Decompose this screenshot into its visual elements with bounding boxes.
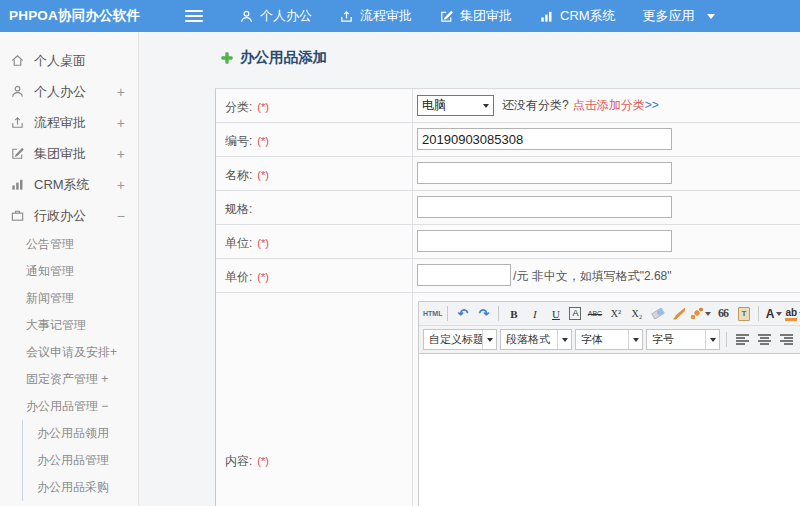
sidebar-subitem-supplies-manage[interactable]: 办公用品管理: [23, 447, 138, 474]
hamburger-menu-icon[interactable]: [185, 10, 203, 22]
code-input[interactable]: [417, 128, 672, 150]
align-right-icon[interactable]: [777, 330, 796, 349]
sidebar-item-label: 集团审批: [34, 145, 86, 163]
topnav-group-approval[interactable]: 集团审批: [439, 7, 512, 25]
auto-typeset-icon[interactable]: [690, 304, 711, 323]
required-mark: (*): [257, 271, 269, 283]
sidebar-item-workflow-approval[interactable]: 流程审批 +: [0, 107, 138, 138]
bold-icon[interactable]: B: [504, 304, 523, 323]
dropdown-caret-icon: [557, 330, 571, 349]
sidebar: 个人桌面 个人办公 + 流程审批 + 集团审批 +: [0, 32, 139, 506]
topnav-personal-office[interactable]: 个人办公: [239, 7, 312, 25]
dropdown-caret-icon: [705, 330, 719, 349]
sidebar-subitem-fixed-assets[interactable]: 固定资产管理 +: [0, 366, 138, 393]
paste-plain-text-icon[interactable]: T: [734, 304, 753, 323]
font-color-icon[interactable]: A: [764, 304, 783, 323]
sidebar-item-personal-desktop[interactable]: 个人桌面: [0, 45, 138, 76]
unit-input[interactable]: [417, 230, 672, 252]
sidebar-item-label: 个人桌面: [34, 52, 86, 70]
sidebar-item-admin-office[interactable]: 行政办公 −: [0, 200, 138, 231]
topnav-label: 个人办公: [260, 7, 312, 25]
topnav-label: 更多应用: [643, 7, 695, 25]
spec-input[interactable]: [417, 196, 672, 218]
sidebar-item-label: 行政办公: [34, 207, 86, 225]
superscript-icon[interactable]: X²: [606, 304, 625, 323]
editor-toolbar-row2: 自定义标题 段落格式 字体: [419, 325, 800, 353]
sidebar-item-group-approval[interactable]: 集团审批 +: [0, 138, 138, 169]
name-label: 名称:: [225, 168, 252, 182]
sidebar-subitem-notice[interactable]: 通知管理: [0, 258, 138, 285]
topnav-label: 流程审批: [360, 7, 412, 25]
spec-label: 规格:: [225, 202, 252, 216]
top-navigation: 个人办公 流程审批 集团审批 CRM系统 更多应用: [239, 7, 715, 25]
dropdown-caret-icon: [482, 330, 496, 349]
topnav-workflow-approval[interactable]: 流程审批: [339, 7, 412, 25]
code-label: 编号:: [225, 134, 252, 148]
main-content: 办公用品添加 分类:(*) 电脑 还没有分类? 点击添加分类 >>: [140, 32, 800, 506]
subscript-icon[interactable]: X₂: [627, 304, 646, 323]
font-family-dropdown[interactable]: 字体: [575, 329, 643, 350]
html-source-icon[interactable]: HTML: [423, 304, 442, 323]
blockquote-icon[interactable]: 66: [713, 304, 732, 323]
required-mark: (*): [257, 169, 269, 181]
bar-chart-icon: [539, 9, 554, 24]
upload-icon: [339, 9, 354, 24]
select-caret-icon: [483, 104, 489, 108]
sidebar-subitem-news[interactable]: 新闻管理: [0, 285, 138, 312]
app-logo: PHPOA协同办公软件: [0, 7, 185, 25]
app-window: PHPOA协同办公软件 个人办公 流程审批 集团审批: [0, 0, 800, 506]
sidebar-subitem-office-supplies[interactable]: 办公用品管理 −: [0, 393, 138, 420]
name-input[interactable]: [417, 162, 672, 184]
expand-plus-icon[interactable]: +: [117, 115, 125, 131]
user-icon: [239, 9, 254, 24]
strikethrough-icon[interactable]: ABC: [585, 304, 604, 323]
edit-icon: [10, 146, 25, 161]
sidebar-subtree-office-supplies: 办公用品领用 办公用品管理 办公用品采购: [22, 420, 138, 501]
underline-icon[interactable]: U: [546, 304, 565, 323]
form-row-price: 单价:(*) /元 非中文，如填写格式"2.68": [216, 259, 800, 293]
category-label: 分类:: [225, 100, 252, 114]
paragraph-format-dropdown[interactable]: 段落格式: [500, 329, 572, 350]
upload-icon: [10, 115, 25, 130]
sidebar-item-label: 流程审批: [34, 114, 86, 132]
expand-plus-icon[interactable]: +: [117, 177, 125, 193]
italic-icon[interactable]: I: [525, 304, 544, 323]
topnav-more-apps[interactable]: 更多应用: [643, 7, 715, 25]
add-category-link-arrows[interactable]: >>: [645, 94, 659, 117]
undo-icon[interactable]: ↶: [453, 304, 472, 323]
format-brush-icon[interactable]: [669, 304, 688, 323]
highlight-color-icon[interactable]: ab: [785, 304, 800, 323]
collapse-minus-icon[interactable]: −: [117, 208, 125, 224]
sidebar-subitem-supplies-receive[interactable]: 办公用品领用: [23, 420, 138, 447]
form-row-category: 分类:(*) 电脑 还没有分类? 点击添加分类 >>: [216, 89, 800, 123]
remove-format-eraser-icon[interactable]: [648, 304, 667, 323]
form-row-name: 名称:(*): [216, 157, 800, 191]
sidebar-item-crm-system[interactable]: CRM系统 +: [0, 169, 138, 200]
add-category-link[interactable]: 点击添加分类: [573, 94, 645, 117]
edit-icon: [439, 9, 454, 24]
bar-chart-icon: [10, 177, 25, 192]
editor-content-area[interactable]: [419, 353, 800, 506]
category-select[interactable]: 电脑: [417, 95, 494, 116]
topnav-crm-system[interactable]: CRM系统: [539, 7, 616, 25]
expand-plus-icon[interactable]: +: [117, 84, 125, 100]
sidebar-subitem-announcement[interactable]: 公告管理: [0, 231, 138, 258]
font-size-dropdown[interactable]: 字号: [646, 329, 720, 350]
chevron-down-icon: [707, 14, 715, 19]
sidebar-item-label: 个人办公: [34, 83, 86, 101]
align-center-icon[interactable]: [755, 330, 774, 349]
topbar: PHPOA协同办公软件 个人办公 流程审批 集团审批: [0, 0, 800, 32]
sidebar-subitem-memorabilia[interactable]: 大事记管理: [0, 312, 138, 339]
required-mark: (*): [257, 237, 269, 249]
sidebar-subitem-meeting[interactable]: 会议申请及安排+: [0, 339, 138, 366]
user-icon: [10, 84, 25, 99]
sidebar-item-personal-office[interactable]: 个人办公 +: [0, 76, 138, 107]
sidebar-subitem-supplies-purchase[interactable]: 办公用品采购: [23, 474, 138, 501]
custom-heading-dropdown[interactable]: 自定义标题: [423, 329, 497, 350]
align-left-icon[interactable]: [733, 330, 752, 349]
text-border-icon[interactable]: A: [569, 307, 581, 320]
expand-plus-icon[interactable]: +: [117, 146, 125, 162]
price-input[interactable]: [417, 264, 511, 286]
redo-icon[interactable]: ↷: [474, 304, 493, 323]
form-row-content: 内容:(*) HTML ↶ ↷ B I U A: [216, 293, 800, 506]
